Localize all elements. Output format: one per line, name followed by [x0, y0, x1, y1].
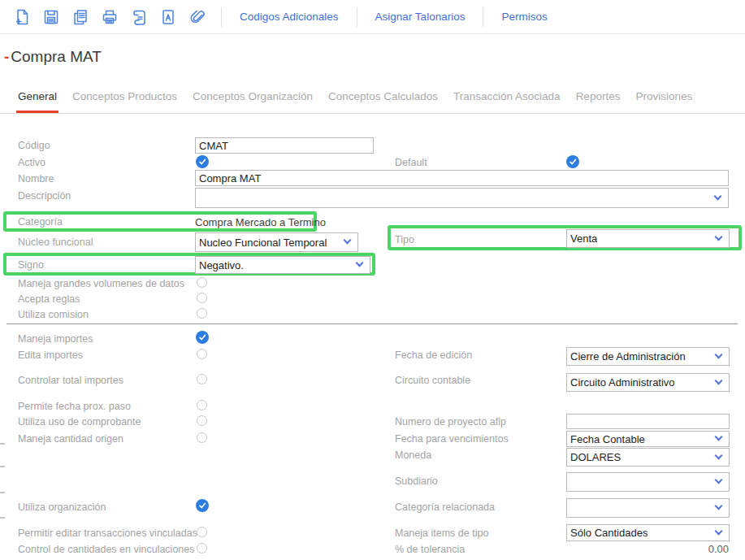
tipo-label: Tipo	[395, 234, 414, 245]
title-dash: -	[4, 48, 9, 65]
asignar-talonarios-link[interactable]: Asignar Talonarios	[364, 11, 477, 23]
edge-tick	[0, 466, 5, 467]
chevron-down-icon	[714, 192, 722, 200]
numero-proyecto-afip-label: Numero de proyecto afip	[395, 416, 506, 428]
nombre-label: Nombre	[18, 173, 54, 184]
maneja-importes-label: Maneja importes	[18, 333, 93, 345]
save-icon[interactable]	[39, 6, 63, 28]
chevron-down-icon	[715, 376, 723, 384]
categoria-label: Categoría	[18, 216, 63, 228]
toolbar-separator	[357, 7, 357, 27]
moneda-label: Moneda	[395, 449, 431, 461]
acepta-reglas-label: Acepta reglas	[18, 293, 80, 305]
acepta-reglas-radio[interactable]	[197, 293, 207, 303]
permitir-editar-vinculadas-radio[interactable]	[197, 527, 207, 537]
circuito-contable-select[interactable]: Circuito Administrativo	[566, 373, 730, 392]
default-checkbox[interactable]	[566, 155, 579, 168]
codigo-label: Código	[18, 140, 50, 151]
subdiario-select[interactable]	[566, 472, 730, 492]
categoria-relacionada-label: Categoría relacionada	[395, 501, 495, 513]
toolbar-separator	[483, 7, 483, 27]
permite-fecha-prox-paso-label: Permite fecha prox. paso	[18, 401, 131, 412]
categoria-value: Compra Mercado a Termino	[195, 216, 326, 228]
toolbar-separator	[221, 7, 222, 27]
tab-transaccion-asociada[interactable]: Transacción Asociada	[453, 90, 561, 113]
utiliza-organizacion-checkbox[interactable]	[196, 499, 209, 512]
maneja-items-tipo-select[interactable]: Sólo Cantidades	[566, 524, 730, 541]
tolerancia-value: 0.00	[648, 543, 729, 555]
tab-general[interactable]: General	[18, 90, 57, 113]
chevron-down-icon	[715, 232, 723, 241]
permite-fecha-prox-paso-radio[interactable]	[197, 400, 207, 410]
general-form: Código Activo Default Nombre Descripción…	[0, 0, 745, 560]
codigos-adicionales-link[interactable]: Codigos Adicionales	[228, 11, 350, 23]
chevron-down-icon	[715, 350, 723, 358]
descripcion-label: Descripción	[18, 190, 71, 202]
chevron-down-icon	[344, 237, 352, 245]
page-title: Compra MAT	[11, 48, 102, 65]
controlar-total-importes-label: Controlar total importes	[18, 375, 123, 386]
chevron-down-icon	[715, 502, 723, 510]
utiliza-organizacion-label: Utiliza organización	[18, 501, 106, 513]
edge-tick	[0, 492, 5, 493]
permitir-editar-vinculadas-label: Permitir editar transacciones vinculadas	[18, 527, 197, 539]
utiliza-uso-comprobante-label: Utiliza uso de comprobante	[18, 416, 141, 428]
categoria-relacionada-select[interactable]	[566, 498, 730, 518]
chevron-down-icon	[715, 451, 723, 459]
utiliza-uso-comprobante-radio[interactable]	[197, 415, 207, 426]
tab-reportes[interactable]: Reportes	[576, 90, 621, 113]
nucleo-funcional-label: Núcleo funcional	[18, 237, 93, 248]
signo-select[interactable]: Negativo.	[195, 256, 370, 274]
control-cantidades-vinculaciones-radio[interactable]	[197, 543, 207, 553]
circuito-contable-label: Circuito contable	[395, 375, 470, 386]
maneja-importes-checkbox[interactable]	[196, 331, 209, 344]
chevron-down-icon	[715, 527, 723, 535]
signo-label: Signo	[18, 259, 44, 271]
nucleo-funcional-select[interactable]: Nucleo Funcional Temporal	[195, 232, 358, 252]
maneja-grandes-volumenes-radio[interactable]	[197, 277, 207, 288]
tipo-select[interactable]: Venta	[566, 229, 730, 248]
moneda-select[interactable]: DOLARES	[566, 448, 730, 467]
attachment-icon[interactable]	[185, 6, 210, 28]
edge-tick	[0, 443, 5, 445]
tab-conceptos-productos[interactable]: Conceptos Productos	[72, 90, 177, 113]
controlar-total-importes-radio[interactable]	[197, 374, 207, 384]
maneja-cantidad-origen-radio[interactable]	[197, 432, 207, 443]
tab-conceptos-calculados[interactable]: Conceptos Calculados	[328, 90, 438, 113]
maneja-items-tipo-label: Maneja items de tipo	[395, 527, 488, 539]
maneja-grandes-volumenes-label: Maneja grandes volumenes de datos	[18, 278, 184, 289]
edge-tick	[0, 517, 5, 519]
utiliza-comision-label: Utiliza comision	[18, 309, 89, 320]
control-cantidades-vinculaciones-label: Control de cantidades en vinculaciones	[18, 544, 195, 555]
section-divider	[6, 323, 738, 324]
report-icon[interactable]	[127, 6, 151, 28]
permisos-link[interactable]: Permisos	[490, 11, 558, 23]
print-icon[interactable]	[97, 6, 122, 28]
edita-importes-label: Edita importes	[18, 349, 83, 361]
descripcion-select[interactable]	[195, 188, 729, 208]
subdiario-label: Subdiario	[395, 475, 438, 487]
chevron-down-icon	[715, 433, 723, 441]
edita-importes-radio[interactable]	[197, 349, 207, 359]
new-document-icon[interactable]	[10, 6, 34, 28]
maneja-cantidad-origen-label: Maneja cantidad origen	[18, 433, 123, 445]
fecha-vencimientos-select[interactable]: Fecha Contable	[566, 431, 730, 447]
activo-label: Activo	[18, 157, 45, 168]
tab-bar: General Conceptos Productos Conceptos Or…	[0, 90, 745, 114]
chevron-down-icon	[356, 259, 364, 267]
text-document-icon[interactable]	[156, 6, 180, 28]
tab-conceptos-organizacion[interactable]: Conceptos Organización	[193, 90, 313, 113]
fecha-edicion-label: Fecha de edición	[395, 349, 472, 361]
toolbar: Codigos Adicionales Asignar Talonarios P…	[0, 0, 745, 34]
fecha-edicion-select[interactable]: Cierre de Administración	[566, 347, 730, 366]
fecha-vencimientos-label: Fecha para vencimientos	[395, 433, 509, 445]
tolerancia-label: % de tolerancia	[395, 544, 465, 555]
activo-checkbox[interactable]	[196, 155, 209, 168]
copy-icon[interactable]	[68, 6, 93, 28]
utiliza-comision-radio[interactable]	[197, 308, 207, 319]
tab-provisiones[interactable]: Provisiones	[635, 90, 692, 113]
numero-proyecto-afip-input[interactable]	[566, 414, 730, 429]
codigo-input[interactable]	[195, 137, 374, 154]
chevron-down-icon	[715, 476, 723, 484]
nombre-input[interactable]	[195, 170, 729, 186]
